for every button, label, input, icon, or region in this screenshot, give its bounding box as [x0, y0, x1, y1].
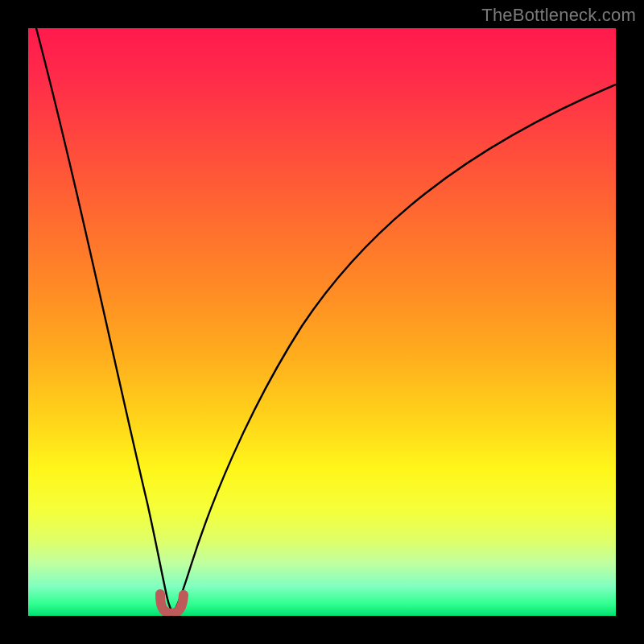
bottleneck-curve [36, 28, 616, 610]
chart-frame: TheBottleneck.com [0, 0, 644, 644]
minimum-marker [160, 594, 184, 613]
chart-plot-area [28, 28, 616, 616]
watermark-text: TheBottleneck.com [481, 5, 636, 26]
chart-svg [28, 28, 616, 616]
